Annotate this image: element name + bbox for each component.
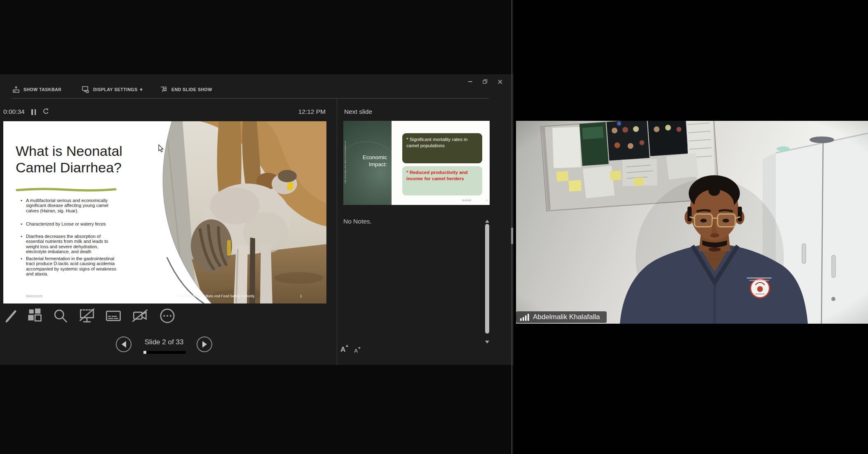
preview-box-productivity: * Reduced productivity and income for ca…	[402, 166, 482, 195]
notes-panel[interactable]: No Notes.	[343, 218, 480, 341]
display-settings-button[interactable]: DISPLAY SETTINGS ▼	[82, 83, 143, 96]
preview-decor-circle	[343, 141, 392, 205]
more-options-button[interactable]	[158, 306, 177, 325]
restore-button[interactable]	[480, 77, 490, 87]
slide-title: What is Neonatal Camel Diarrhea?	[16, 143, 141, 176]
slide-number: 1	[300, 294, 302, 298]
close-button[interactable]	[495, 77, 505, 87]
camera-slash-icon	[132, 308, 148, 324]
scroll-down-icon[interactable]	[485, 341, 489, 343]
preview-date: 05/03/2025	[462, 200, 472, 202]
next-icon	[202, 341, 207, 348]
close-icon	[498, 80, 502, 84]
restart-icon	[42, 108, 49, 116]
slide-date: 05/03/2025	[26, 294, 42, 298]
slide-progress-value	[143, 351, 146, 354]
pen-icon	[3, 308, 19, 324]
slide-grid-icon	[27, 308, 43, 324]
shared-screen-region: SHOW TASKBAR DISPLAY SETTINGS ▼	[0, 0, 514, 454]
preview-title-panel: ©Abu Dhabi Agriculture And Food Safety A…	[343, 121, 392, 205]
camel-calf-photo	[142, 121, 326, 303]
display-settings-label: DISPLAY SETTINGS ▼	[93, 87, 143, 92]
black-screen-button[interactable]	[77, 306, 96, 325]
splitter-line	[511, 0, 512, 454]
presenter-view-window: SHOW TASKBAR DISPLAY SETTINGS ▼	[0, 74, 514, 365]
previous-slide-button[interactable]	[116, 336, 131, 352]
slide-progress-bar	[143, 351, 186, 354]
end-slide-show-label: END SLIDE SHOW	[171, 87, 212, 92]
participant-video: Abdelmalik Khalafalla	[516, 121, 868, 324]
ellipsis-icon	[159, 308, 176, 324]
panel-divider	[337, 98, 337, 365]
zoom-tool-button[interactable]	[51, 306, 70, 325]
video-scene	[516, 121, 868, 324]
preview-slide-number: 2	[486, 200, 488, 202]
screen: SHOW TASKBAR DISPLAY SETTINGS ▼	[0, 0, 868, 454]
all-slides-button[interactable]	[26, 306, 45, 325]
decrease-icon	[358, 347, 361, 349]
captions-button[interactable]	[104, 306, 123, 325]
title-underline	[16, 187, 117, 192]
slide-copyright: ©Abu Dhabi Agriculture And Food Safety A…	[148, 294, 284, 298]
minimize-icon	[468, 81, 472, 82]
slide-bullet: Characterized by Loose or watery feces	[21, 221, 117, 226]
network-signal-icon	[520, 314, 529, 321]
clock: 12:12 PM	[284, 108, 326, 115]
minimize-button[interactable]	[465, 77, 476, 87]
pause-timer-button[interactable]	[31, 109, 39, 116]
next-slide-button[interactable]	[197, 336, 212, 352]
menu-separator	[12, 98, 489, 99]
pen-tool-button[interactable]	[2, 306, 21, 325]
current-slide-canvas[interactable]: What is Neonatal Camel Diarrhea? A multi…	[3, 121, 326, 303]
font-increase-button[interactable]: A	[340, 346, 345, 354]
end-slide-show-icon	[160, 86, 168, 94]
increase-icon	[346, 345, 348, 347]
next-slide-preview[interactable]: ©Abu Dhabi Agriculture And Food Safety A…	[343, 121, 490, 205]
notes-empty-text: No Notes.	[343, 218, 372, 225]
scroll-up-icon[interactable]	[485, 220, 489, 223]
notes-scrollbar[interactable]	[484, 219, 490, 344]
font-decrease-button[interactable]: A	[354, 348, 358, 354]
participant-name-label: Abdelmalik Khalafalla	[516, 311, 607, 323]
end-slide-show-button[interactable]: END SLIDE SHOW	[160, 83, 212, 96]
timer-elapsed: 0:00:34	[3, 108, 25, 115]
scrollbar-thumb[interactable]	[485, 224, 489, 334]
pause-icon	[31, 109, 33, 115]
font-increase-label: A	[340, 346, 345, 353]
show-taskbar-label: SHOW TASKBAR	[23, 87, 61, 92]
monitor-slash-icon	[79, 308, 95, 324]
preview-side-text: ©Abu Dhabi Agriculture And Food Safety A…	[344, 122, 346, 184]
slide-bullet: Bacterial fermentation in the gastrointe…	[21, 256, 117, 277]
slide-bullet: Diarrhea decreases the absorption of ess…	[21, 234, 117, 254]
mouse-cursor	[158, 144, 164, 153]
next-slide-label: Next slide	[344, 108, 372, 115]
camera-toggle-button[interactable]	[131, 306, 150, 325]
video-region: Abdelmalik Khalafalla	[514, 0, 868, 454]
participant-name: Abdelmalik Khalafalla	[533, 313, 600, 321]
show-taskbar-button[interactable]: SHOW TASKBAR	[12, 83, 61, 96]
preview-heading: Economic Impact:	[351, 154, 387, 168]
show-taskbar-icon	[12, 86, 20, 93]
restore-icon	[483, 79, 488, 84]
splitter-thumb[interactable]	[511, 228, 513, 244]
font-decrease-label: A	[354, 348, 358, 354]
restart-timer-button[interactable]	[42, 108, 49, 116]
magnifier-icon	[52, 308, 69, 324]
slide-counter: Slide 2 of 33	[137, 338, 191, 346]
previous-icon	[122, 341, 126, 348]
display-settings-icon	[82, 86, 89, 94]
slide-bullet: A multifactorial serious and economicall…	[21, 198, 117, 213]
preview-box-mortality: * Significant mortality rates in camel p…	[402, 133, 482, 163]
subtitles-icon	[105, 308, 122, 324]
